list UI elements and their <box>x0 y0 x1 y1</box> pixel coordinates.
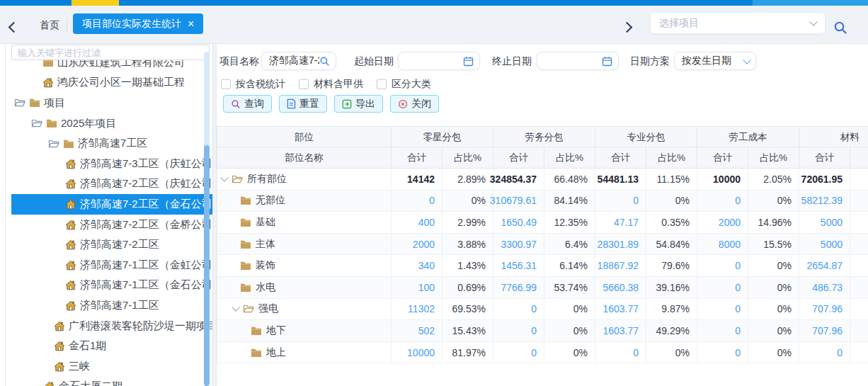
amount-cell[interactable]: 2000 <box>697 212 748 234</box>
end-date-input[interactable] <box>537 52 619 70</box>
amount-cell[interactable]: 3300.97 <box>493 234 544 256</box>
amount-cell[interactable]: 0 <box>697 342 748 364</box>
global-search-button[interactable] <box>833 21 847 38</box>
project-search-button[interactable] <box>319 56 330 67</box>
amount-cell[interactable]: 310679.61 <box>493 191 544 212</box>
amount-cell[interactable]: 1456.31 <box>493 255 544 277</box>
amount-cell[interactable]: 0 <box>697 255 748 277</box>
percent-cell: 81.97% <box>442 342 493 364</box>
amount-cell[interactable]: 707.96 <box>799 320 850 342</box>
amount-cell[interactable]: 5660.38 <box>595 277 646 299</box>
amount-cell[interactable]: 2000 <box>392 234 442 256</box>
row-name-cell[interactable]: 地下 <box>217 320 392 342</box>
amount-cell[interactable]: 5000 <box>799 234 850 256</box>
tree-item[interactable]: 济邹高速7-1工区（金虹公司） <box>11 255 212 276</box>
amount-cell[interactable]: 0 <box>697 191 748 212</box>
tree-item[interactable]: 济邹高速7工区 <box>11 133 212 154</box>
amount-cell[interactable]: 0 <box>697 299 748 321</box>
amount-cell[interactable]: 7766.99 <box>493 277 544 299</box>
amount-cell[interactable]: 502 <box>392 320 442 342</box>
tree-item[interactable]: 济邹高速7-2工区 <box>11 234 212 255</box>
amount-cell[interactable]: 10000 <box>392 342 442 364</box>
close-button[interactable]: 关闭 <box>390 95 439 113</box>
checkbox-material-supplied[interactable]: 材料含甲供 <box>299 78 363 91</box>
tree-item[interactable]: 鸿庆公司小区一期基础工程 <box>11 73 212 93</box>
tree-expander-folder-icon[interactable] <box>48 139 59 149</box>
export-button[interactable]: 导出 <box>334 95 383 113</box>
percent-cell: 12.35% <box>544 212 595 234</box>
row-name-cell[interactable]: 地上 <box>217 342 392 364</box>
start-date-picker-button[interactable] <box>463 56 474 67</box>
amount-cell[interactable]: 11302 <box>392 299 442 321</box>
nav-back-button[interactable] <box>10 21 18 34</box>
row-expander-chevron-icon[interactable] <box>220 174 228 181</box>
amount-cell[interactable]: 0 <box>595 191 646 212</box>
tree-expander-folder-icon[interactable] <box>31 118 42 128</box>
tree-item[interactable]: 济邹高速7-2工区（金石公司） <box>11 194 212 215</box>
tree-item[interactable]: 项目 <box>11 93 212 113</box>
tree-item[interactable]: 广利港滚装客轮防沙堤一期项目 <box>11 316 212 336</box>
project-name-input[interactable]: 济邹高速7-2 <box>261 52 336 70</box>
tree-item[interactable]: 三峡 <box>11 356 212 377</box>
tree-expander-folder-icon[interactable] <box>14 98 25 108</box>
amount-cell[interactable]: 18867.92 <box>595 255 646 277</box>
percent-cell: 0% <box>544 320 595 342</box>
percent-cell: 0% <box>748 299 799 321</box>
amount-cell[interactable]: 340 <box>392 255 442 277</box>
amount-cell[interactable]: 0 <box>493 342 544 364</box>
tab-active[interactable]: 项目部位实际发生统计 × <box>73 13 203 34</box>
row-name-cell[interactable]: 基础 <box>217 212 392 234</box>
amount-cell[interactable]: 100 <box>392 277 442 299</box>
row-name-cell[interactable]: 无部位 <box>217 191 392 212</box>
amount-cell[interactable]: 0 <box>799 342 850 364</box>
amount-cell[interactable]: 58212.39 <box>799 191 850 212</box>
tab-home[interactable]: 首页 <box>34 6 65 44</box>
amount-cell[interactable]: 8000 <box>697 234 748 256</box>
amount-cell[interactable]: 0 <box>493 320 544 342</box>
row-name-cell[interactable]: 主体 <box>217 234 392 256</box>
query-button[interactable]: 查询 <box>223 95 272 113</box>
amount-cell[interactable]: 2654.87 <box>799 255 850 277</box>
amount-cell[interactable]: 1603.77 <box>595 320 646 342</box>
close-circle-icon <box>398 99 408 109</box>
amount-cell[interactable]: 28301.89 <box>595 234 646 256</box>
tree-item[interactable]: 济邹高速7-2工区（金桥公司） <box>11 215 212 235</box>
sidebar-scrollbar-thumb[interactable] <box>204 145 210 386</box>
tree-item[interactable]: 济邹高速7-1工区（金石公司） <box>11 276 212 296</box>
nav-forward-button[interactable] <box>623 21 631 34</box>
tree-item[interactable]: 金石大厦二期 <box>11 377 212 386</box>
percent-cell: 0.35% <box>646 212 697 234</box>
tree-filter-input[interactable] <box>11 45 210 60</box>
row-name-cell[interactable]: 装饰 <box>217 255 392 277</box>
end-date-picker-button[interactable] <box>602 56 612 67</box>
amount-cell[interactable]: 0 <box>595 342 646 364</box>
row-name-label: 主体 <box>256 238 275 251</box>
amount-cell[interactable]: 0 <box>493 299 544 321</box>
date-plan-select[interactable]: 按发生日期 <box>674 52 756 70</box>
row-name-cell[interactable]: 水电 <box>217 277 392 299</box>
reset-button[interactable]: 重置 <box>279 95 327 113</box>
row-name-cell[interactable]: 所有部位 <box>217 169 392 191</box>
tree-item[interactable]: 济邹高速7-1工区 <box>11 295 212 316</box>
amount-cell[interactable]: 5000 <box>799 212 850 234</box>
project-select-dropdown[interactable]: 选择项目 <box>650 12 826 34</box>
row-name-cell[interactable]: 强电 <box>217 299 392 321</box>
checkbox-tax-included[interactable]: 按含税统计 <box>221 78 285 91</box>
tree-item[interactable]: 金石1期 <box>11 336 212 356</box>
checkbox-distinguish-category[interactable]: 区分大类 <box>377 78 431 91</box>
amount-cell[interactable]: 707.96 <box>799 299 850 321</box>
tree-item[interactable]: 济邹高速7-2工区（庆虹公司） <box>11 174 212 195</box>
amount-cell[interactable]: 0 <box>697 277 748 299</box>
amount-cell[interactable]: 0 <box>697 320 748 342</box>
amount-cell[interactable]: 47.17 <box>595 212 646 234</box>
row-expander-chevron-icon[interactable] <box>232 304 239 312</box>
tab-close-icon[interactable]: × <box>188 18 194 30</box>
amount-cell[interactable]: 400 <box>392 212 442 234</box>
amount-cell[interactable]: 1650.49 <box>493 212 544 234</box>
amount-cell[interactable]: 1603.77 <box>595 299 646 321</box>
amount-cell[interactable]: 486.73 <box>799 277 850 299</box>
tree-item[interactable]: 济邹高速7-3工区（庆虹公司） <box>11 154 212 174</box>
amount-cell[interactable]: 0 <box>392 191 442 212</box>
tree-item[interactable]: 2025年项目 <box>11 113 212 134</box>
start-date-input[interactable] <box>398 52 480 70</box>
